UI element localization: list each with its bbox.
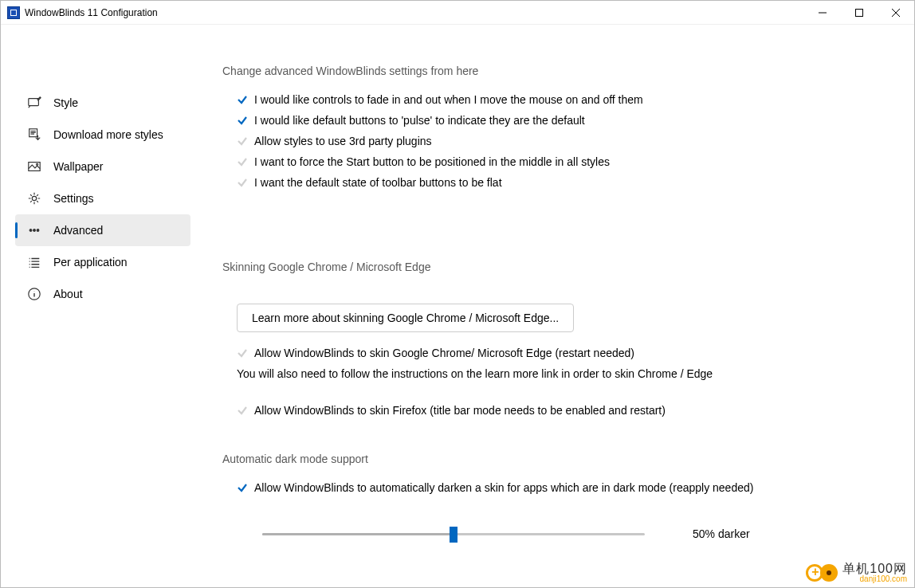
svg-point-5 (32, 196, 36, 200)
sidebar-item-label: Advanced (53, 224, 103, 237)
svg-point-7 (33, 229, 36, 232)
option-auto-dark-mode[interactable]: Allow WindowBlinds to automatically dark… (222, 481, 882, 494)
sidebar-item-label: Download more styles (53, 128, 163, 141)
sidebar-item-about[interactable]: About (15, 278, 190, 310)
sidebar-item-settings[interactable]: Settings (15, 182, 190, 214)
app-window: WindowBlinds 11 Configuration Style (0, 0, 915, 588)
option-label: Allow WindowBlinds to automatically dark… (254, 481, 753, 494)
style-icon (26, 95, 42, 111)
download-icon (26, 127, 42, 143)
darkness-slider-row: 50% darker (222, 526, 882, 542)
watermark-text: 单机100网 (842, 563, 907, 575)
content-area: Style Download more styles Wallpaper Set… (1, 25, 914, 587)
svg-rect-0 (856, 9, 863, 16)
checkmark-icon (237, 177, 248, 188)
sidebar-item-wallpaper[interactable]: Wallpaper (15, 151, 190, 182)
advanced-icon (26, 222, 42, 238)
window-controls (804, 1, 914, 25)
sidebar-item-label: Wallpaper (53, 160, 104, 173)
close-button[interactable] (878, 1, 914, 25)
list-icon (26, 254, 42, 270)
section-title-dark-mode: Automatic dark mode support (222, 453, 882, 465)
checkmark-icon (237, 94, 248, 105)
checkmark-icon (237, 482, 248, 493)
option-skin-chrome-edge[interactable]: Allow WindowBlinds to skin Google Chrome… (222, 347, 882, 359)
watermark-url: danji100.com (842, 575, 907, 583)
app-icon (7, 6, 20, 19)
main-panel: Change advanced WindowBlinds settings fr… (190, 25, 914, 587)
sidebar-item-per-application[interactable]: Per application (15, 246, 190, 278)
option-label: I would like default buttons to 'pulse' … (254, 114, 585, 127)
window-title: WindowBlinds 11 Configuration (25, 7, 804, 18)
wallpaper-icon (26, 159, 42, 174)
checkmark-icon (237, 135, 248, 147)
sidebar: Style Download more styles Wallpaper Set… (1, 25, 190, 587)
slider-value-label: 50% darker (693, 527, 750, 540)
option-label: I want to force the Start button to be p… (254, 155, 610, 168)
option-3rd-party-plugins[interactable]: Allow styles to use 3rd party plugins (222, 135, 882, 147)
watermark: 单机100网 danji100.com (806, 563, 907, 583)
option-flat-toolbar[interactable]: I want the default state of toolbar butt… (222, 176, 882, 189)
gear-icon (26, 190, 42, 206)
sidebar-item-advanced[interactable]: Advanced (15, 214, 190, 246)
sidebar-item-style[interactable]: Style (15, 87, 190, 119)
option-label: Allow styles to use 3rd party plugins (254, 135, 432, 147)
option-label: I would like controls to fade in and out… (254, 93, 643, 106)
option-pulse-buttons[interactable]: I would like default buttons to 'pulse' … (222, 114, 882, 127)
sidebar-item-label: Settings (53, 192, 94, 205)
chrome-instructions-note: You will also need to follow the instruc… (237, 367, 882, 380)
slider-fill (262, 533, 454, 535)
slider-thumb[interactable] (450, 527, 457, 543)
option-start-button-middle[interactable]: I want to force the Start button to be p… (222, 155, 882, 168)
section-title-general: Change advanced WindowBlinds settings fr… (222, 65, 882, 77)
darkness-slider[interactable] (262, 526, 645, 542)
info-icon (26, 286, 42, 302)
sidebar-item-label: Per application (53, 256, 128, 269)
svg-point-6 (29, 229, 32, 232)
sidebar-item-label: About (53, 288, 83, 300)
option-fade-controls[interactable]: I would like controls to fade in and out… (222, 93, 882, 106)
option-skin-firefox[interactable]: Allow WindowBlinds to skin Firefox (titl… (222, 404, 882, 417)
option-label: Allow WindowBlinds to skin Firefox (titl… (254, 404, 666, 417)
section-title-browser-skinning: Skinning Google Chrome / Microsoft Edge (222, 261, 882, 273)
checkmark-icon (237, 156, 248, 167)
titlebar: WindowBlinds 11 Configuration (1, 1, 914, 25)
option-label: I want the default state of toolbar butt… (254, 176, 502, 189)
svg-point-4 (37, 163, 38, 165)
checkmark-icon (237, 405, 248, 416)
svg-point-8 (37, 229, 39, 232)
checkmark-icon (237, 115, 248, 126)
minimize-button[interactable] (804, 1, 841, 25)
sidebar-item-download[interactable]: Download more styles (15, 119, 190, 151)
maximize-button[interactable] (841, 1, 878, 25)
checkmark-icon (237, 347, 248, 359)
watermark-logo-icon (806, 564, 838, 582)
sidebar-item-label: Style (53, 96, 78, 109)
option-label: Allow WindowBlinds to skin Google Chrome… (254, 347, 634, 359)
learn-more-button[interactable]: Learn more about skinning Google Chrome … (237, 304, 574, 332)
